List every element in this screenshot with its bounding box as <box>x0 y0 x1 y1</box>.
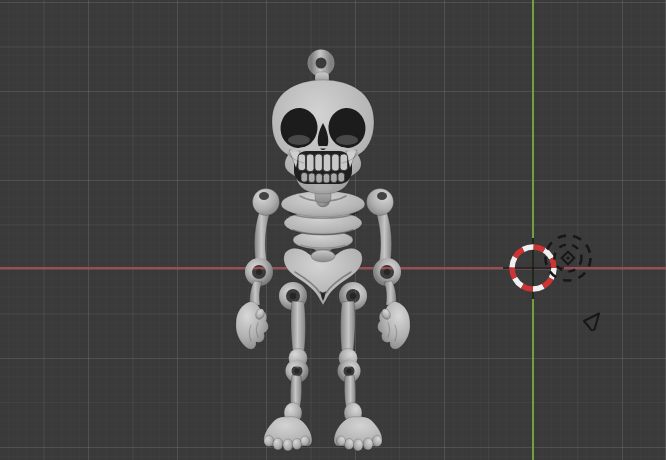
skeleton-model[interactable] <box>236 54 410 452</box>
3d-viewport[interactable] <box>0 0 666 460</box>
mouth-part <box>289 147 357 184</box>
left-leg-part <box>264 286 312 452</box>
3d-cursor <box>503 238 564 299</box>
scene-layer <box>0 0 666 460</box>
cursor-arrow-icon <box>584 314 599 331</box>
right-leg-part <box>334 286 382 452</box>
skull-part <box>272 80 374 194</box>
